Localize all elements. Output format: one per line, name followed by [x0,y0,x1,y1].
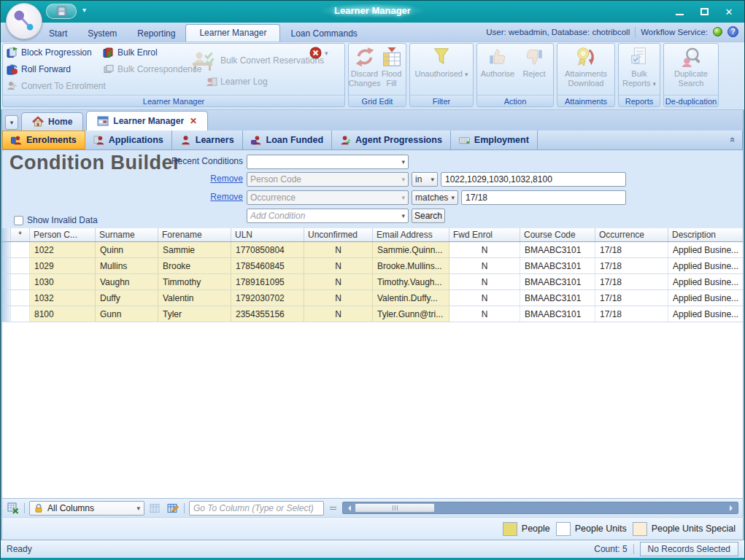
table-row[interactable]: 8100 Gunn Tyler 2354355156 N Tyler.Gunn@… [2,306,743,322]
cell-uln[interactable]: 1785460845 [231,258,304,273]
column-header-uln[interactable]: ULN [231,228,304,241]
scroll-right-button[interactable] [727,502,738,513]
add-condition-input[interactable] [250,210,389,222]
row-indicator[interactable] [2,242,11,257]
doc-tab-home[interactable]: Home [21,112,83,131]
cell-occurrence[interactable]: 17/18 [595,306,668,322]
column-header-fwd-enrol[interactable]: Fwd Enrol [449,228,520,241]
table-row[interactable]: 1030 Vaughn Timmothy 1789161095 N Timoth… [2,274,743,290]
qat-dropdown-icon[interactable]: ▾ [82,6,86,14]
export-to-excel-button[interactable] [7,502,20,514]
column-header-surname[interactable]: Surname [96,228,158,241]
show-invalid-data-checkbox[interactable] [14,216,23,225]
doc-tab-learner-manager[interactable]: Learner Manager ✕ [86,111,208,131]
cell-occurrence[interactable]: 17/18 [595,242,668,257]
cell-star[interactable] [11,274,30,289]
column-layout-button[interactable] [149,502,162,514]
attainments-download-button[interactable]: Attainments Download [559,44,613,95]
cell-fwd-enrol[interactable]: N [449,242,520,257]
maximize-button[interactable] [693,4,715,20]
columns-view-combo[interactable]: All Columns ▾ [29,501,144,516]
cell-description[interactable]: Applied Busine... [668,258,744,273]
unauthorised-filter-button[interactable]: Unauthorised ▾ [412,44,471,95]
subtab-enrolments[interactable]: Enrolments [2,131,85,149]
column-header-unconfirmed[interactable]: Unconfirmed [304,228,373,241]
cell-uln[interactable]: 2354355156 [231,306,304,322]
ribbon-tab-loan-commands[interactable]: Loan Commands [280,26,367,42]
cell-star[interactable] [11,290,30,306]
ribbon-tab-learner-manager[interactable]: Learner Manager [185,24,280,42]
cell-surname[interactable]: Duffy [96,290,158,306]
recent-conditions-combo[interactable]: ▾ [247,155,409,169]
condition-field-combo[interactable]: Person Code▾ [247,172,409,187]
cell-person-code[interactable]: 1022 [30,242,96,257]
save-icon[interactable] [56,6,67,17]
cell-uln[interactable]: 1792030702 [231,290,304,306]
cell-forename[interactable]: Brooke [158,258,231,273]
tab-list-dropdown-button[interactable]: ▾ [5,115,18,130]
convert-to-enrolment-button[interactable]: Convert To Enrolment [7,80,106,92]
flood-fill-button[interactable]: Flood Fill [379,44,404,95]
condition-value-input[interactable] [441,172,626,187]
authorise-button[interactable]: Authorise [479,44,516,95]
reject-button[interactable]: Reject [517,44,551,95]
cell-course-code[interactable]: BMAABC3101 [520,290,595,306]
clear-filter-button[interactable]: ▾ [309,47,328,59]
cell-surname[interactable]: Gunn [96,306,158,322]
cell-occurrence[interactable]: 17/18 [595,290,668,306]
column-header-person-code[interactable]: Person C... [30,228,96,241]
discard-changes-button[interactable]: Discard Changes [350,44,379,95]
close-button[interactable]: ✕ [718,4,740,20]
cell-course-code[interactable]: BMAABC3101 [520,274,595,289]
cell-course-code[interactable]: BMAABC3101 [520,242,595,257]
cell-person-code[interactable]: 1032 [30,290,96,306]
column-header-course-code[interactable]: Course Code [520,228,595,241]
cell-occurrence[interactable]: 17/18 [595,258,668,273]
horizontal-scrollbar[interactable] [342,502,738,514]
remove-condition-link[interactable]: Remove [206,192,243,202]
go-to-column-combo[interactable] [189,501,324,516]
cell-uln[interactable]: 1789161095 [231,274,304,289]
ribbon-tab-system[interactable]: System [77,26,127,42]
cell-person-code[interactable]: 8100 [30,306,96,322]
cell-fwd-enrol[interactable]: N [449,258,520,273]
column-header-occurrence[interactable]: Occurrence [595,228,668,241]
bulk-reports-button[interactable]: Bulk Reports ▾ [620,44,658,95]
bulk-correspondence-button[interactable]: Bulk Correspondence [103,63,201,75]
cell-star[interactable] [11,306,30,322]
tab-close-icon[interactable]: ✕ [190,116,197,126]
app-logo-icon[interactable] [6,3,42,39]
cell-forename[interactable]: Tyler [158,306,231,322]
ribbon-tab-reporting[interactable]: Reporting [127,26,185,42]
table-row[interactable]: 1029 Mullins Brooke 1785460845 N Brooke.… [2,258,743,274]
condition-operator-combo[interactable]: in▾ [412,172,438,187]
roll-forward-button[interactable]: Roll Forward [7,63,71,75]
cell-forename[interactable]: Timmothy [158,274,231,289]
help-icon[interactable]: ? [727,26,738,37]
ribbon-tab-start[interactable]: Start [39,26,77,42]
add-condition-combo[interactable]: ▾ [247,209,409,223]
cell-surname[interactable]: Mullins [96,258,158,273]
cell-star[interactable] [11,258,30,273]
cell-course-code[interactable]: BMAABC3101 [520,258,595,273]
subtab-applications[interactable]: Applications [85,131,172,149]
column-header-star[interactable]: * [11,228,30,241]
cell-description[interactable]: Applied Busine... [668,306,744,322]
cell-description[interactable]: Applied Busine... [668,290,744,306]
row-indicator[interactable] [2,306,11,322]
bulk-enrol-button[interactable]: Bulk Enrol [103,47,158,58]
cell-unconfirmed[interactable]: N [304,290,373,306]
cell-forename[interactable]: Valentin [158,290,231,306]
cell-unconfirmed[interactable]: N [304,258,373,273]
row-indicator[interactable] [2,258,11,273]
condition-value-input[interactable] [461,190,626,205]
cell-fwd-enrol[interactable]: N [449,290,520,306]
cell-description[interactable]: Applied Busine... [668,242,744,257]
cell-fwd-enrol[interactable]: N [449,306,520,322]
column-header-email-address[interactable]: Email Address [373,228,449,241]
subtab-agent-progressions[interactable]: Agent Progressions [332,131,451,149]
row-indicator[interactable] [2,290,11,306]
condition-operator-combo[interactable]: matches▾ [412,190,458,205]
cell-unconfirmed[interactable]: N [304,242,373,257]
table-row[interactable]: 1032 Duffy Valentin 1792030702 N Valenti… [2,290,743,306]
